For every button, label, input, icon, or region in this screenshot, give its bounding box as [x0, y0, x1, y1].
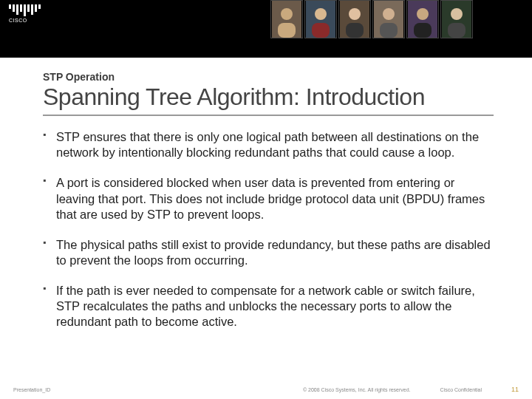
- copyright-text: © 2008 Cisco Systems, Inc. All rights re…: [303, 387, 411, 392]
- svg-rect-14: [414, 23, 432, 38]
- svg-point-16: [451, 8, 463, 20]
- banner-photo: [406, 0, 439, 38]
- svg-rect-17: [448, 23, 466, 38]
- svg-rect-2: [278, 23, 296, 38]
- bullet-item: The physical paths still exist to provid…: [43, 237, 494, 268]
- svg-rect-11: [380, 23, 398, 38]
- svg-point-4: [315, 8, 327, 20]
- title-rule: [43, 115, 494, 116]
- slide-title: Spanning Tree Algorithm: Introduction: [43, 84, 494, 110]
- svg-rect-5: [312, 23, 330, 38]
- cisco-logo: CISCO: [9, 4, 41, 23]
- banner-photo: [372, 0, 405, 38]
- bullet-item: STP ensures that there is only one logic…: [43, 129, 494, 160]
- content-area: STP Operation Spanning Tree Algorithm: I…: [0, 58, 532, 399]
- banner-photo: [270, 0, 303, 38]
- page-number: 11: [511, 386, 519, 393]
- presentation-id: Presentation_ID: [13, 387, 50, 392]
- svg-point-7: [349, 8, 361, 20]
- bullet-list: STP ensures that there is only one logic…: [43, 129, 494, 330]
- svg-point-10: [383, 8, 395, 20]
- slide-pretitle: STP Operation: [43, 71, 494, 83]
- svg-point-13: [417, 8, 429, 20]
- slide-footer: Presentation_ID © 2008 Cisco Systems, In…: [0, 386, 532, 393]
- banner-photo: [338, 0, 371, 38]
- photo-strip: [270, 0, 473, 38]
- bullet-item: If the path is ever needed to compensate…: [43, 283, 494, 330]
- banner-photo: [304, 0, 337, 38]
- slide: CISCO STP Operation Spanning Tree Algori…: [0, 0, 532, 399]
- top-banner: CISCO: [0, 0, 532, 58]
- svg-point-1: [281, 8, 293, 20]
- confidential-text: Cisco Confidential: [440, 387, 482, 392]
- svg-rect-8: [346, 23, 364, 38]
- banner-photo: [440, 0, 473, 38]
- logo-text: CISCO: [9, 18, 41, 23]
- bullet-item: A port is considered blocked when user d…: [43, 175, 494, 222]
- logo-bars-icon: [9, 4, 41, 16]
